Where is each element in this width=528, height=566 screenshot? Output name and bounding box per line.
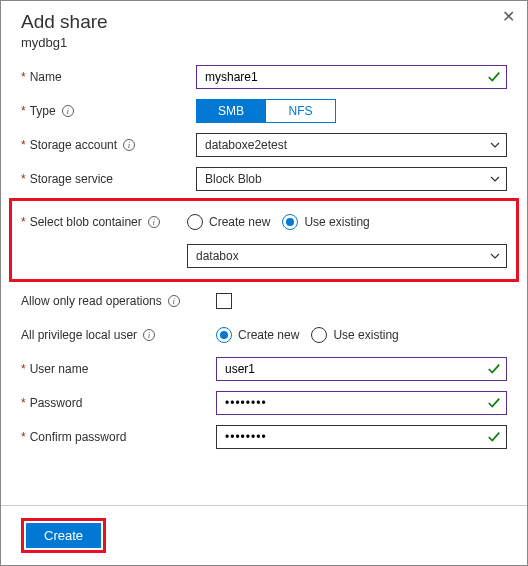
panel-footer: Create (1, 505, 527, 565)
storage-service-value: Block Blob (205, 172, 262, 186)
confirm-password-input[interactable] (216, 425, 507, 449)
container-select[interactable]: databox (187, 244, 507, 268)
user-use-existing-radio[interactable]: Use existing (311, 327, 398, 343)
container-use-existing-radio[interactable]: Use existing (282, 214, 369, 230)
info-icon[interactable]: i (62, 105, 74, 117)
name-input[interactable] (196, 65, 507, 89)
label-storage-service: Storage service (30, 172, 113, 186)
info-icon[interactable]: i (168, 295, 180, 307)
storage-account-value: databoxe2etest (205, 138, 287, 152)
panel-title: Add share (21, 11, 511, 33)
chevron-down-icon (490, 253, 500, 259)
label-user-name: User name (30, 362, 89, 376)
storage-account-select[interactable]: databoxe2etest (196, 133, 507, 157)
panel-header: ✕ Add share mydbg1 (1, 1, 527, 54)
username-input[interactable] (216, 357, 507, 381)
type-segmented: SMB NFS (196, 99, 507, 123)
label-confirm-password: Confirm password (30, 430, 127, 444)
label-type: Type (30, 104, 56, 118)
info-icon[interactable]: i (148, 216, 160, 228)
label-priv-user: All privilege local user (21, 328, 137, 342)
user-create-new-radio[interactable]: Create new (216, 327, 299, 343)
create-highlight: Create (21, 518, 106, 553)
container-create-new-radio[interactable]: Create new (187, 214, 270, 230)
add-share-panel: ✕ Add share mydbg1 *Name *Typei SMB NFS (0, 0, 528, 566)
type-smb-button[interactable]: SMB (196, 99, 266, 123)
type-nfs-button[interactable]: NFS (266, 99, 336, 123)
panel-subtitle: mydbg1 (21, 35, 511, 50)
label-select-container: Select blob container (30, 215, 142, 229)
form-body: *Name *Typei SMB NFS *Storage accounti (1, 54, 527, 505)
container-value: databox (196, 249, 239, 263)
create-button[interactable]: Create (26, 523, 101, 548)
label-password: Password (30, 396, 83, 410)
label-storage-account: Storage account (30, 138, 117, 152)
user-radio-group: Create new Use existing (216, 327, 507, 343)
info-icon[interactable]: i (123, 139, 135, 151)
chevron-down-icon (490, 142, 500, 148)
container-highlight: *Select blob containeri Create new Use e… (9, 198, 519, 282)
label-allow-read: Allow only read operations (21, 294, 162, 308)
password-input[interactable] (216, 391, 507, 415)
info-icon[interactable]: i (143, 329, 155, 341)
close-icon[interactable]: ✕ (502, 9, 515, 25)
container-radio-group: Create new Use existing (187, 214, 507, 230)
storage-service-select[interactable]: Block Blob (196, 167, 507, 191)
label-name: Name (30, 70, 62, 84)
chevron-down-icon (490, 176, 500, 182)
allow-read-checkbox[interactable] (216, 293, 232, 309)
